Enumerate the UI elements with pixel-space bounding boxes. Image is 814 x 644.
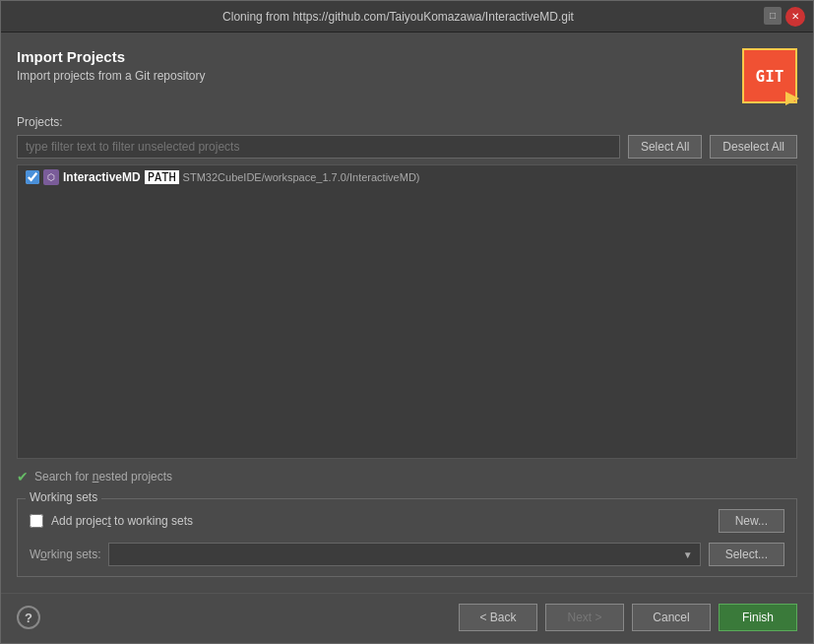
dialog-title: Cloning from https://github.com/TaiyouKo… (32, 10, 764, 24)
minimize-button[interactable]: □ (764, 7, 782, 25)
help-button[interactable]: ? (17, 606, 40, 629)
cancel-button[interactable]: Cancel (632, 604, 711, 631)
project-name: InteractiveMD (63, 170, 141, 184)
back-button[interactable]: < Back (459, 604, 537, 631)
project-path: STM32CubeIDE/workspace_1.7.0/Interactive… (183, 171, 420, 183)
dialog: Cloning from https://github.com/TaiyouKo… (0, 0, 814, 644)
working-sets-row1: Add project to working sets New... (30, 509, 784, 533)
import-projects-subtitle: Import projects from a Git repository (17, 69, 205, 83)
working-sets-group: Working sets Add project to working sets… (17, 498, 797, 577)
import-projects-title: Import Projects (17, 48, 205, 65)
working-sets-select[interactable] (108, 543, 700, 566)
project-checkbox[interactable] (26, 170, 39, 184)
git-logo: GIT (742, 48, 797, 103)
search-nested-row: ✔ Search for nested projects (17, 469, 797, 484)
title-bar-controls: □ ✕ (764, 7, 805, 27)
project-path-highlight: PATH (145, 170, 179, 184)
checkmark-icon: ✔ (17, 469, 29, 484)
working-sets-legend: Working sets (26, 490, 101, 504)
filter-input[interactable] (17, 135, 620, 159)
dialog-body: Import Projects Import projects from a G… (1, 32, 813, 593)
working-sets-row2: Working sets: ▼ Select... (30, 543, 784, 566)
projects-label: Projects: (17, 115, 797, 129)
footer-left: ? (17, 606, 40, 629)
header-section: Import Projects Import projects from a G… (17, 48, 797, 103)
add-to-working-sets-checkbox[interactable] (30, 514, 43, 528)
dialog-footer: ? < Back Next > Cancel Finish (1, 593, 813, 643)
git-logo-text: GIT (756, 67, 784, 86)
title-bar: Cloning from https://github.com/TaiyouKo… (1, 1, 813, 32)
add-to-working-sets-label: Add project to working sets (51, 514, 711, 528)
close-button[interactable]: ✕ (785, 7, 805, 27)
project-icon: ⬡ (43, 169, 59, 185)
deselect-all-button[interactable]: Deselect All (710, 135, 797, 159)
select-button[interactable]: Select... (709, 543, 784, 566)
header-text: Import Projects Import projects from a G… (17, 48, 205, 83)
filter-row: Select All Deselect All (17, 135, 797, 159)
projects-list: ⬡ InteractiveMD PATH STM32CubeIDE/worksp… (17, 164, 797, 459)
working-sets-field-label: Working sets: (30, 547, 100, 561)
next-button[interactable]: Next > (545, 604, 624, 631)
search-nested-label: Search for nested projects (34, 470, 172, 483)
working-sets-select-container: ▼ (108, 543, 700, 566)
footer-buttons: < Back Next > Cancel Finish (459, 604, 797, 631)
select-all-button[interactable]: Select All (628, 135, 702, 159)
table-row: ⬡ InteractiveMD PATH STM32CubeIDE/worksp… (18, 165, 796, 189)
finish-button[interactable]: Finish (719, 604, 797, 631)
new-button[interactable]: New... (719, 509, 784, 533)
git-logo-arrow (785, 92, 799, 105)
